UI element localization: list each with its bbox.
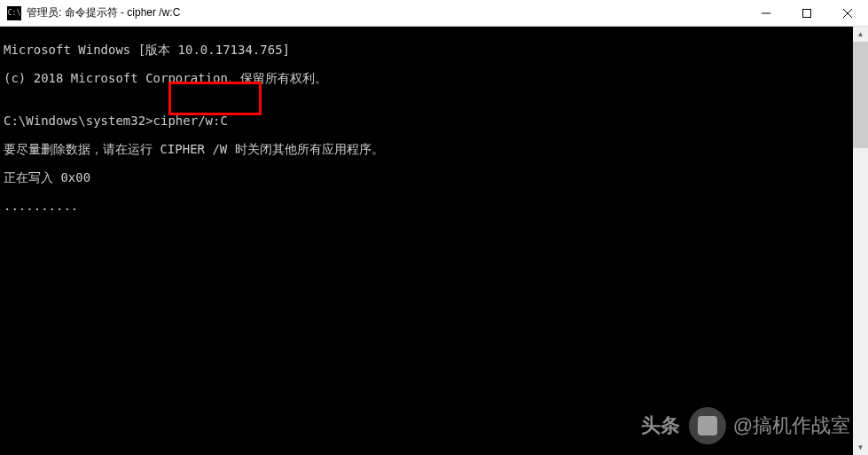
window-title: 管理员: 命令提示符 - cipher /w:C bbox=[27, 5, 746, 20]
watermark-text-left: 头条 bbox=[641, 412, 680, 439]
minimize-button[interactable] bbox=[746, 0, 786, 26]
vertical-scrollbar[interactable]: ▲ ▼ bbox=[853, 27, 868, 455]
titlebar: C:\ 管理员: 命令提示符 - cipher /w:C bbox=[0, 0, 868, 27]
terminal-line: 要尽量删除数据，请在运行 CIPHER /W 时关闭其他所有应用程序。 bbox=[4, 142, 864, 156]
prompt: C:\Windows\system32> bbox=[4, 114, 153, 128]
watermark-text-right: @搞机作战室 bbox=[733, 412, 850, 439]
maximize-button[interactable] bbox=[786, 0, 827, 26]
watermark-logo-icon bbox=[689, 407, 726, 444]
watermark: 头条 @搞机作战室 bbox=[641, 407, 850, 444]
command-text: cipher/w:C bbox=[153, 114, 228, 128]
window-controls bbox=[746, 0, 868, 26]
terminal-line: 正在写入 0x00 bbox=[4, 170, 864, 184]
svg-rect-1 bbox=[803, 9, 811, 17]
highlight-annotation bbox=[168, 82, 262, 115]
terminal-line: (c) 2018 Microsoft Corporation。保留所有权利。 bbox=[4, 71, 864, 85]
scroll-down-button[interactable]: ▼ bbox=[853, 440, 868, 455]
terminal-line: .......... bbox=[4, 199, 864, 213]
scroll-up-button[interactable]: ▲ bbox=[853, 27, 868, 42]
terminal-line: Microsoft Windows [版本 10.0.17134.765] bbox=[4, 43, 864, 57]
cmd-icon: C:\ bbox=[7, 6, 21, 20]
terminal-output[interactable]: Microsoft Windows [版本 10.0.17134.765] (c… bbox=[0, 27, 868, 455]
close-button[interactable] bbox=[827, 0, 868, 26]
terminal-line: C:\Windows\system32>cipher/w:C bbox=[4, 114, 864, 128]
scrollbar-thumb[interactable] bbox=[853, 42, 868, 148]
